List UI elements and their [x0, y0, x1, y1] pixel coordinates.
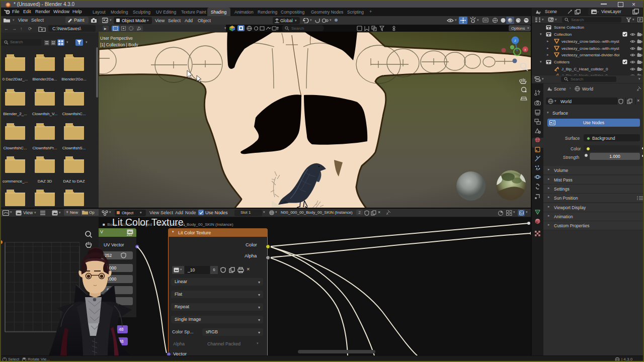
svg-text:z: z [514, 39, 516, 42]
svg-text:[1] Collection | Body: [1] Collection | Body [100, 42, 138, 47]
svg-text:x: x [524, 48, 526, 51]
svg-text:User Perspective: User Perspective [100, 36, 133, 41]
